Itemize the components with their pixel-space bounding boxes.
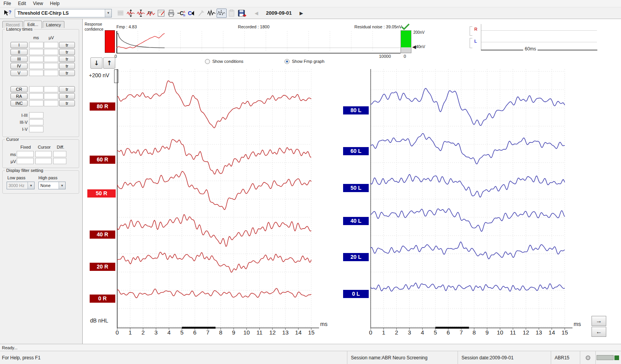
interpeak-IIII-field[interactable] [29,112,43,118]
show-fmp-graph-option[interactable]: Show Fmp graph [284,58,324,64]
show-conditions-radio[interactable] [205,59,210,64]
wave-III-ms-field[interactable] [29,56,43,62]
ready-text: Ready... [2,345,17,350]
show-fmp-graph-radio[interactable] [284,59,290,64]
cursor-uv-row-label: µV [7,159,16,164]
residual-noise-value: Residual noise : 39.05nV [354,24,402,29]
previous-session-button[interactable]: ◀ [252,10,260,16]
wave-V-uv-field[interactable] [44,70,58,76]
interpeak-IV-label: I-V [10,127,28,132]
wave-III-tr-button[interactable]: tr [59,56,75,62]
wave-II-uv-field[interactable] [44,49,58,55]
inc-ms-field[interactable] [29,100,43,106]
wave-II-tr-button[interactable]: tr [59,49,75,55]
cr-button[interactable]: CR [10,86,28,92]
test-preset-dropdown[interactable]: Threshold CE-Chirp LS ▼ [15,9,112,17]
wave-IV-button[interactable]: IV [10,63,28,69]
menu-edit[interactable]: Edit [14,0,29,7]
svg-text:B: B [183,14,185,17]
inc-tr-button[interactable]: tr [59,100,75,106]
inc-button[interactable]: INC [10,100,28,106]
left-ear-plot[interactable]: 0123456789101112131415ms [342,66,582,338]
wave-I-tr-button[interactable]: tr [59,42,75,48]
menu-file[interactable]: File [0,0,14,7]
menu-help[interactable]: Help [47,0,63,7]
cr-ms-field[interactable] [29,86,43,92]
intensity-label-60R[interactable]: 60 R [90,156,115,164]
expand-curves-icon[interactable] [126,9,136,18]
intensity-label-80R[interactable]: 80 R [90,102,115,111]
intensity-label-50R[interactable]: 50 R [87,189,116,198]
x-tick-label: 4 [421,329,424,336]
x-tick-label: 0 [116,329,119,336]
intensity-label-0L[interactable]: 0 L [343,290,369,298]
wave-III-uv-field[interactable] [44,56,58,62]
cursor-ms-fixed-field[interactable] [17,151,34,157]
wave-markers-icon[interactable]: IV [146,9,156,18]
chevron-down-icon: ▼ [59,182,65,189]
next-session-button[interactable]: ▶ [297,10,305,16]
talk-forward-icon[interactable]: C [186,9,196,18]
ra-ms-field[interactable] [29,93,43,99]
cr-uv-field[interactable] [44,86,58,92]
x-tick-label: 10 [497,329,503,336]
wave-I-ms-field[interactable] [29,42,43,48]
wave-IV-uv-field[interactable] [44,63,58,69]
intensity-label-40R[interactable]: 40 R [90,231,115,239]
wave-II-button[interactable]: II [10,49,28,55]
intensity-label-20L[interactable]: 20 L [343,253,369,261]
trace-20L [371,242,565,259]
compare-ab-icon[interactable]: CAB [176,9,186,18]
wave-V-tr-button[interactable]: tr [59,70,75,76]
intensity-label-80L[interactable]: 80 L [343,106,369,114]
fmp-curve [116,33,165,49]
save-icon[interactable] [237,9,247,18]
context-help-icon[interactable]: ? [2,9,12,18]
interpeak-IIIV-field[interactable] [29,119,43,125]
single-curve-icon[interactable] [206,9,217,18]
show-conditions-option[interactable]: Show conditions [205,58,243,64]
intensity-label-0R[interactable]: 0 R [90,295,115,303]
ra-uv-field[interactable] [44,93,58,99]
ra-tr-button[interactable]: tr [59,93,75,99]
cursor-title: Cursor [5,137,20,142]
cursor-ms-cursor-field[interactable] [35,151,52,157]
intensity-label-40L[interactable]: 40 L [343,217,369,225]
cr-tr-button[interactable]: tr [59,86,75,92]
split-curves-icon[interactable] [217,9,227,18]
intensity-label-50L[interactable]: 50 L [343,184,369,192]
session-date-display: 2009-09-01 [260,10,297,16]
recording-overview-minimap[interactable]: R L 60ms [469,22,598,52]
wave-II-ms-field[interactable] [29,49,43,55]
compress-curves-icon[interactable] [136,9,146,18]
wave-I-uv-field[interactable] [44,42,58,48]
wave-I-button[interactable]: I [10,42,28,48]
cursor-ms-diff-field[interactable] [53,151,66,157]
x-tick-label: 3 [154,329,158,336]
intensity-label-20R[interactable]: 20 R [90,263,115,271]
cursor-uV-cursor-field[interactable] [35,158,52,164]
interpeak-IV-field[interactable] [29,126,43,132]
wave-III-button[interactable]: III [10,56,28,62]
menu-view[interactable]: View [29,0,47,7]
ms-column-header: ms [28,35,44,40]
report-editor-icon[interactable] [156,9,166,18]
cursor-uV-diff-field[interactable] [53,158,66,164]
intensity-label-60L[interactable]: 60 L [343,147,369,155]
inc-uv-field[interactable] [44,100,58,106]
fixed-column-header: Fixed [17,145,35,149]
cursor-uV-fixed-field[interactable] [17,158,34,164]
wave-IV-tr-button[interactable]: tr [59,63,75,69]
fmp-graph[interactable] [116,30,401,55]
wave-V-button[interactable]: V [10,70,28,76]
tab-latency[interactable]: Latency [43,21,65,28]
wave-IV-ms-field[interactable] [29,63,43,69]
paste-icon [227,9,237,18]
right-ear-plot[interactable]: 0123456789101112131415ms [88,66,329,338]
print-icon[interactable] [166,9,176,18]
ra-button[interactable]: RA [10,93,28,99]
next-page-button[interactable]: → [592,316,606,326]
previous-page-button[interactable]: ← [592,327,606,337]
wave-V-ms-field[interactable] [29,70,43,76]
high-pass-dropdown[interactable]: None ▼ [38,182,66,189]
